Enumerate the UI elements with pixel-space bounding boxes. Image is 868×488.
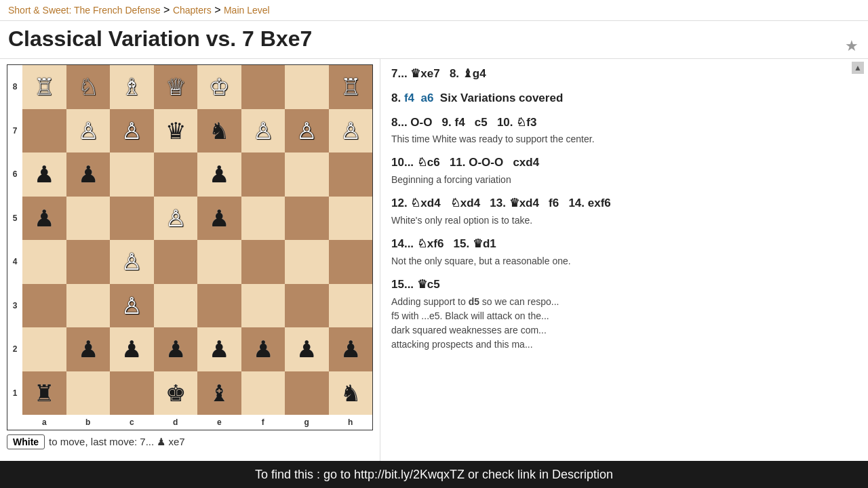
square-b3[interactable] (66, 284, 111, 328)
square-a8[interactable]: ♖ (22, 65, 66, 109)
rank-label: 2 (7, 327, 22, 371)
square-c6[interactable] (110, 152, 154, 197)
breadcrumb: Short & Sweet: The French Defense > Chap… (0, 0, 868, 21)
square-e1[interactable]: ♝ (197, 371, 241, 415)
breadcrumb-part2[interactable]: Chapters (173, 5, 212, 16)
square-f7[interactable]: ♙ (241, 109, 285, 153)
chess-board[interactable]: 8♖♘♗♕♔♖7♙♙♛♞♙♙♙6♟♟♟5♟♙♟4♙3♙2♟♟♟♟♟♟♟1♜♚♝♞… (7, 64, 373, 430)
square-c2[interactable]: ♟ (110, 327, 154, 371)
piece-white-P: ♙ (253, 119, 273, 142)
square-a7[interactable] (22, 109, 66, 153)
square-f6[interactable] (241, 152, 285, 197)
piece-white-P: ♙ (78, 119, 98, 142)
square-e8[interactable]: ♔ (197, 65, 241, 109)
square-h1[interactable]: ♞ (329, 371, 373, 415)
move-notation-5: 12. ♘xd4 ♘xd4 13. ♛xd4 f6 14. exf6 (391, 195, 857, 211)
square-e2[interactable]: ♟ (197, 327, 241, 371)
square-d3[interactable] (154, 284, 198, 328)
square-f8[interactable] (241, 65, 285, 109)
square-c3[interactable]: ♙ (110, 284, 154, 328)
square-e5[interactable]: ♟ (197, 197, 241, 241)
square-g8[interactable] (285, 65, 329, 109)
square-a5[interactable]: ♟ (22, 197, 66, 241)
square-g1[interactable] (285, 371, 329, 415)
square-a3[interactable] (22, 284, 66, 328)
square-a1[interactable]: ♜ (22, 371, 66, 415)
bottom-bar: To find this : go to http://bit.ly/2Kwqx… (0, 461, 868, 488)
piece-white-R: ♖ (34, 75, 54, 98)
square-c8[interactable]: ♗ (110, 65, 154, 109)
file-label: h (329, 415, 373, 430)
square-h7[interactable]: ♙ (329, 109, 373, 153)
square-a4[interactable] (22, 240, 66, 284)
square-h4[interactable] (329, 240, 373, 284)
moves-panel[interactable]: ▲ 7... ♛xe7 8. ♝g4 8. f4 a6 Six Variatio… (380, 59, 868, 461)
square-g6[interactable] (285, 152, 329, 197)
square-d6[interactable] (154, 152, 198, 197)
piece-white-Q: ♕ (165, 75, 186, 98)
status-text: to move, last move: 7... ♟ xe7 (49, 436, 185, 448)
move-notation-7: 15... ♛c5 (391, 277, 857, 293)
square-e4[interactable] (197, 240, 241, 284)
piece-black-P: ♟ (296, 338, 317, 361)
square-f3[interactable] (241, 284, 285, 328)
move-line-5: 12. ♘xd4 ♘xd4 13. ♛xd4 f6 14. exf6 White… (391, 195, 857, 228)
breadcrumb-part3[interactable]: Main Level (224, 5, 270, 16)
move-link-f4[interactable]: f4 (404, 92, 414, 104)
square-h3[interactable] (329, 284, 373, 328)
file-label: c (110, 415, 154, 430)
square-g7[interactable]: ♙ (285, 109, 329, 153)
square-d1[interactable]: ♚ (154, 371, 198, 415)
square-b8[interactable]: ♘ (66, 65, 111, 109)
square-d4[interactable] (154, 240, 198, 284)
piece-black-N: ♞ (209, 119, 229, 142)
square-f2[interactable]: ♟ (241, 327, 285, 371)
board-section: 8♖♘♗♕♔♖7♙♙♛♞♙♙♙6♟♟♟5♟♙♟4♙3♙2♟♟♟♟♟♟♟1♜♚♝♞… (0, 59, 380, 461)
square-e3[interactable] (197, 284, 241, 328)
piece-black-P: ♟ (209, 163, 229, 186)
square-h6[interactable] (329, 152, 373, 197)
square-a2[interactable] (22, 327, 66, 371)
square-b4[interactable] (66, 240, 111, 284)
square-c4[interactable]: ♙ (110, 240, 154, 284)
square-e6[interactable]: ♟ (197, 152, 241, 197)
scroll-up-button[interactable]: ▲ (852, 62, 864, 74)
square-e7[interactable]: ♞ (197, 109, 241, 153)
square-a6[interactable]: ♟ (22, 152, 66, 197)
breadcrumb-sep2: > (214, 4, 224, 16)
move-comment-5: White's only real option is to take. (391, 214, 857, 228)
square-b2[interactable]: ♟ (66, 327, 111, 371)
file-label: f (241, 415, 285, 430)
square-g3[interactable] (285, 284, 329, 328)
square-g5[interactable] (285, 197, 329, 241)
piece-black-P: ♟ (209, 207, 229, 230)
square-d8[interactable]: ♕ (154, 65, 198, 109)
piece-black-N: ♞ (340, 382, 361, 405)
square-h2[interactable]: ♟ (329, 327, 373, 371)
square-b1[interactable] (66, 371, 111, 415)
star-icon[interactable]: ★ (845, 37, 859, 55)
square-f5[interactable] (241, 197, 285, 241)
square-c1[interactable] (110, 371, 154, 415)
move-comment-3: This time White was ready to support the… (391, 132, 857, 146)
square-g2[interactable]: ♟ (285, 327, 329, 371)
square-d2[interactable]: ♟ (154, 327, 198, 371)
piece-black-P: ♟ (165, 338, 186, 361)
square-d7[interactable]: ♛ (154, 109, 198, 153)
square-c7[interactable]: ♙ (110, 109, 154, 153)
square-b7[interactable]: ♙ (66, 109, 111, 153)
breadcrumb-part1[interactable]: Short & Sweet: The French Defense (8, 5, 161, 16)
square-h5[interactable] (329, 197, 373, 241)
square-f4[interactable] (241, 240, 285, 284)
square-c5[interactable] (110, 197, 154, 241)
move-line-1: 7... ♛xe7 8. ♝g4 (391, 66, 857, 82)
move-link-a6[interactable]: a6 (420, 92, 433, 104)
square-h8[interactable]: ♖ (329, 65, 373, 109)
square-d5[interactable]: ♙ (154, 197, 198, 241)
board-status: White to move, last move: 7... ♟ xe7 (7, 434, 373, 449)
rank-label: 3 (7, 284, 22, 328)
square-f1[interactable] (241, 371, 285, 415)
square-g4[interactable] (285, 240, 329, 284)
square-b6[interactable]: ♟ (66, 152, 111, 197)
square-b5[interactable] (66, 197, 111, 241)
